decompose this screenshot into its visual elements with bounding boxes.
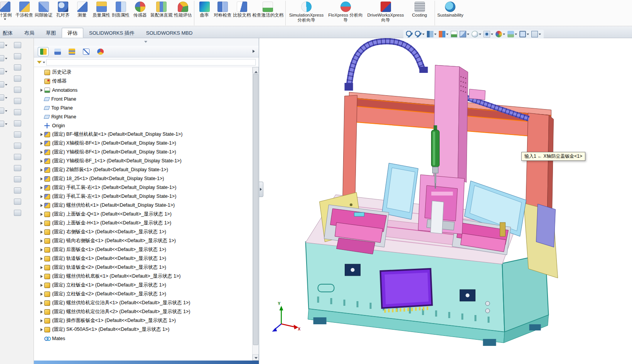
left-toolbar-button[interactable] (14, 64, 21, 71)
expand-arrow-icon[interactable] (39, 185, 44, 190)
expand-arrow-icon[interactable] (39, 70, 44, 75)
headsup-button[interactable] (426, 30, 437, 38)
tree-scrollbar[interactable] (252, 67, 259, 361)
left-toolbar-button[interactable] (14, 187, 21, 194)
expand-arrow-icon[interactable] (39, 265, 44, 270)
tree-item[interactable]: (固定) 手机工装-右<1> (Default<Default_Display … (34, 183, 252, 192)
left-toolbar-button[interactable] (14, 42, 21, 48)
tree-item[interactable]: Origin (34, 121, 252, 130)
headsup-button[interactable] (507, 30, 517, 38)
tree-item[interactable]: (固定) X轴模组-BF<1> (Default<Default_Display… (34, 139, 252, 148)
expand-arrow-icon[interactable] (39, 318, 44, 324)
left-toolbar-button[interactable] (0, 55, 7, 61)
left-toolbar-button[interactable] (0, 108, 7, 114)
tree-item[interactable]: (固定) 操作面板钣金<1> (Default<<Default>_显示状态 1… (34, 316, 252, 325)
headsup-button[interactable] (450, 30, 458, 38)
ribbon-button[interactable]: 计算例 (0, 1, 15, 25)
yellow-panel-right[interactable] (524, 203, 558, 278)
expand-arrow-icon[interactable] (39, 336, 44, 341)
expand-arrow-icon[interactable] (39, 256, 44, 261)
tree-item[interactable]: (固定) 螺丝供给机定位治具<1> (Default<<Default>_显示状… (34, 298, 252, 307)
commandmanager-tab[interactable]: 草图 (40, 28, 62, 38)
commandmanager-tab[interactable]: 评估 (62, 28, 83, 38)
cable-chain[interactable] (345, 41, 428, 91)
graphics-area[interactable]: Y X 输入1 ← X轴防尘盖钣金<1> (259, 38, 632, 364)
ribbon-button[interactable]: Costing (406, 1, 433, 25)
filter-dropdown-icon[interactable] (43, 62, 45, 64)
commandmanager-tab[interactable]: SOLIDWORKS MBD (140, 28, 199, 38)
left-toolbar-button[interactable] (14, 131, 21, 138)
expand-arrow-icon[interactable] (39, 327, 44, 332)
commandmanager-tab[interactable]: 布局 (19, 28, 40, 38)
tree-item[interactable]: (固定) Y轴模组-BF<1> (Default<Default_Display… (34, 148, 252, 157)
tree-item[interactable]: (固定) 右侧钣金<1> (Default<<Default>_显示状态 1>) (34, 228, 252, 236)
ribbon-button[interactable]: 装配体直观 (150, 1, 174, 25)
tree-item[interactable]: Mates (34, 334, 252, 343)
ribbon-button[interactable]: DriveWorksXpress 向导 (366, 1, 406, 25)
tree-item[interactable]: (固定) 螺丝供给机<1> (Default<Default_Display S… (34, 201, 252, 210)
expand-arrow-icon[interactable] (39, 158, 44, 164)
headsup-button[interactable] (495, 30, 506, 38)
left-toolbar-button[interactable] (14, 210, 21, 216)
tree-filter-input[interactable] (46, 59, 256, 66)
expand-arrow-icon[interactable] (39, 79, 44, 84)
headsup-button[interactable] (406, 30, 413, 38)
expand-arrow-icon[interactable] (39, 221, 44, 226)
ribbon-button[interactable]: Sustainability (435, 1, 464, 25)
panel-tab[interactable] (66, 47, 77, 56)
expand-arrow-icon[interactable] (39, 212, 44, 217)
panel-tab[interactable] (95, 47, 106, 56)
headsup-button[interactable] (483, 30, 494, 38)
left-toolbar-button[interactable] (14, 176, 21, 182)
left-toolbar-button[interactable] (0, 68, 7, 74)
expand-arrow-icon[interactable] (39, 247, 44, 253)
ribbon-button[interactable]: 剖面属性 (111, 1, 130, 25)
tree-item[interactable]: (固定) 手机工装-左<1> (Default<Default_Display … (34, 192, 252, 201)
scroll-down-arrow-icon[interactable] (253, 354, 259, 361)
tree-item[interactable]: (固定) 18_25<1> (Default<Default_Display S… (34, 174, 252, 183)
tree-item[interactable]: (固定) 螺丝供给机定位治具<2> (Default<<Default>_显示状… (34, 307, 252, 316)
left-toolbar-button[interactable] (0, 94, 7, 101)
left-toolbar-button[interactable] (14, 98, 21, 104)
tree-item[interactable]: (固定) Z轴部装<1> (Default<Default_Display St… (34, 165, 252, 174)
left-toolbar-button[interactable] (0, 81, 7, 88)
expand-arrow-icon[interactable] (39, 194, 44, 199)
left-toolbar-button[interactable] (14, 165, 21, 171)
tree-item[interactable]: Front Plane (34, 94, 252, 103)
tree-item[interactable]: 传感器 (34, 77, 252, 86)
panel-tab[interactable] (38, 47, 49, 56)
tree-item[interactable]: (固定) 轨道钣金<1> (Default<<Default>_显示状态 1>) (34, 254, 252, 263)
filter-funnel-icon[interactable] (37, 61, 42, 66)
left-toolbar-button[interactable] (14, 154, 21, 160)
ribbon-button[interactable]: FloXpress 分析向导 (325, 1, 366, 25)
expand-arrow-icon[interactable] (39, 203, 44, 208)
expand-arrow-icon[interactable] (39, 176, 44, 182)
panel-collapse-handle[interactable] (259, 182, 263, 197)
expand-arrow-icon[interactable] (39, 238, 44, 244)
ribbon-button[interactable]: SimulationXpress 分析向导 (285, 1, 325, 25)
tree-item[interactable]: (固定) SK-050AS<1> (Default<<Default>_显示状态… (34, 325, 252, 334)
tree-item[interactable]: (固定) 立柱钣金<2> (Default<<Default>_显示状态 1>) (34, 290, 252, 298)
left-toolbar-button[interactable] (14, 109, 21, 115)
tree-item[interactable]: Right Plane (34, 112, 252, 121)
scrollbar-thumb[interactable] (253, 74, 258, 345)
headsup-button[interactable] (531, 30, 541, 38)
tree-item[interactable]: (固定) 轨道钣金<2> (Default<<Default>_显示状态 1>) (34, 263, 252, 272)
left-toolbar-button[interactable] (14, 53, 21, 59)
ribbon-button[interactable]: 性能评估 (174, 1, 193, 25)
expand-arrow-icon[interactable] (39, 88, 44, 93)
left-toolbar-button[interactable] (14, 120, 21, 126)
panel-tab[interactable] (81, 47, 91, 56)
expand-arrow-icon[interactable] (39, 123, 44, 128)
scroll-up-arrow-icon[interactable] (253, 67, 259, 73)
tree-item[interactable]: (固定) 镜向右侧钣金<1> (Default<<Default>_显示状态 1… (34, 236, 252, 245)
expand-arrow-icon[interactable] (39, 309, 44, 315)
expand-arrow-icon[interactable] (39, 274, 44, 279)
commandmanager-tab[interactable]: SOLIDWORKS 插件 (83, 28, 140, 38)
tree-item[interactable]: (固定) BF-螺丝机机架<1> (Default<Default_Displa… (34, 130, 252, 139)
panel-tab[interactable] (52, 47, 63, 56)
ribbon-button[interactable]: 比较文档 (233, 1, 252, 25)
expand-arrow-icon[interactable] (39, 150, 44, 155)
ribbon-button[interactable]: 曲率 (194, 1, 213, 25)
expand-arrow-icon[interactable] (39, 141, 44, 146)
